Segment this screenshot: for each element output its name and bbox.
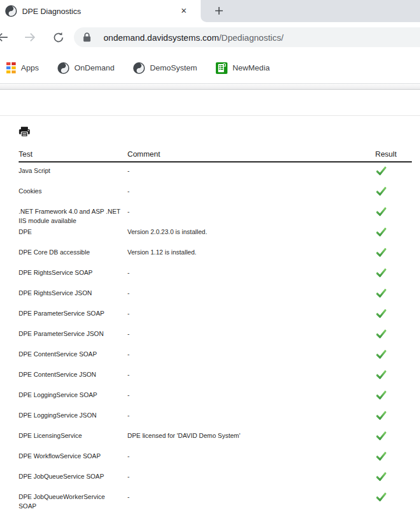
test-name: DPE ContentService SOAP	[19, 349, 127, 359]
test-name: DPE ParameterService JSON	[19, 329, 127, 338]
table-row: DPE JobQueueService SOAP -	[19, 468, 412, 489]
document-list-icon	[216, 62, 227, 74]
green-checkmark-icon	[376, 370, 386, 379]
test-comment: -	[127, 370, 375, 379]
test-comment: -	[127, 186, 375, 196]
test-result	[375, 268, 412, 277]
green-checkmark-icon	[376, 493, 386, 501]
table-row: DPE ParameterService JSON -	[19, 326, 412, 346]
col-header-result: Result	[375, 150, 412, 158]
test-name: DPE ParameterService SOAP	[19, 309, 127, 318]
test-result	[375, 288, 412, 298]
green-checkmark-icon	[376, 411, 386, 420]
test-result	[375, 309, 412, 318]
page-header-frame	[0, 90, 420, 116]
test-result	[375, 451, 412, 461]
green-checkmark-icon	[376, 350, 386, 359]
bookmark-label: DemoSystem	[150, 63, 197, 72]
test-result	[375, 227, 412, 236]
test-result	[375, 349, 412, 359]
browser-toolbar: ondemand.davidsystems.com/Dpediagnostics…	[0, 22, 420, 52]
test-comment: -	[127, 472, 375, 481]
table-row: DPE RightsService SOAP -	[19, 264, 412, 285]
browser-tab-strip: DPE Diagnostics ✕	[0, 0, 420, 22]
test-comment: Version 2.0.23.0 is installed.	[127, 227, 375, 236]
test-name: DPE RightsService JSON	[19, 288, 127, 298]
table-row: Cookies -	[19, 183, 412, 203]
diagnostics-table: Test Comment Result Java Script - Cookie…	[19, 150, 412, 509]
test-name: DPE LicensingService	[19, 431, 127, 440]
bookmark-demosystem[interactable]: DemoSystem	[132, 61, 198, 76]
table-row: DPE Core DB accessible Version 1.12 is i…	[19, 244, 412, 264]
test-result	[375, 247, 412, 257]
printer-icon	[19, 126, 30, 137]
green-checkmark-icon	[376, 248, 386, 257]
table-row: DPE RightsService JSON -	[19, 285, 412, 305]
test-result	[375, 329, 412, 338]
back-button[interactable]	[0, 31, 8, 43]
table-row: DPE LoggingService SOAP -	[19, 387, 412, 407]
test-name: Cookies	[19, 186, 127, 196]
test-comment: -	[127, 288, 375, 298]
url-host: ondemand.davidsystems.com	[104, 33, 219, 43]
plus-icon	[215, 6, 223, 15]
col-header-comment: Comment	[127, 150, 375, 158]
test-result	[375, 207, 412, 216]
green-checkmark-icon	[376, 268, 386, 277]
test-name: .NET Framework 4.0 and ASP .NET IIS modu…	[19, 207, 127, 225]
test-result	[375, 411, 412, 420]
test-result	[375, 390, 412, 399]
test-comment: Version 1.12 is installed.	[127, 247, 375, 257]
table-body: Java Script - Cookies -	[19, 162, 412, 509]
test-comment: DPE licensed for 'DAVID Demo System'	[127, 431, 375, 440]
test-comment: -	[127, 492, 375, 501]
new-tab-button[interactable]	[210, 2, 227, 19]
test-comment: -	[127, 268, 375, 277]
print-button[interactable]	[19, 126, 30, 137]
test-result	[375, 472, 412, 481]
table-row: DPE WorkflowService SOAP -	[19, 448, 412, 468]
table-row: DPE JobQueueWorkerService SOAP -	[19, 489, 412, 509]
table-row: .NET Framework 4.0 and ASP .NET IIS modu…	[19, 203, 412, 224]
test-comment: -	[127, 349, 375, 359]
tab-strip-background	[201, 0, 420, 22]
bookmarks-bar: Apps OnDemand DemoSystem	[0, 52, 420, 83]
test-comment: -	[127, 329, 375, 338]
bookmark-newmedia[interactable]: NewMedia	[215, 61, 271, 76]
forward-arrow-icon	[24, 33, 36, 42]
browser-tab[interactable]: DPE Diagnostics ✕	[0, 0, 201, 22]
green-checkmark-icon	[376, 167, 386, 175]
tab-close-icon[interactable]: ✕	[176, 3, 191, 18]
bookmark-apps[interactable]: Apps	[5, 61, 40, 75]
test-result	[375, 492, 412, 501]
table-row: DPE LicensingService DPE licensed for 'D…	[19, 427, 412, 448]
green-checkmark-icon	[376, 330, 386, 338]
bookmark-ondemand[interactable]: OnDemand	[56, 61, 116, 76]
table-row: DPE ContentService SOAP -	[19, 346, 412, 366]
green-checkmark-icon	[376, 472, 386, 481]
test-name: DPE LoggingService JSON	[19, 411, 127, 420]
test-comment: -	[127, 390, 375, 399]
test-name: DPE WorkflowService SOAP	[19, 451, 127, 461]
test-result	[375, 370, 412, 379]
lock-icon[interactable]	[83, 33, 91, 42]
test-name: DPE Core DB accessible	[19, 247, 127, 257]
green-checkmark-icon	[376, 228, 386, 236]
bookmark-label: NewMedia	[233, 63, 270, 72]
reload-icon	[53, 32, 64, 43]
address-bar[interactable]: ondemand.davidsystems.com/Dpediagnostics…	[74, 27, 420, 47]
test-name: DPE ContentService JSON	[19, 370, 127, 379]
test-comment: -	[127, 166, 375, 175]
table-row: DPE ParameterService SOAP -	[19, 305, 412, 326]
green-checkmark-icon	[376, 207, 386, 216]
green-checkmark-icon	[376, 452, 386, 461]
globe-icon	[58, 62, 69, 74]
globe-icon	[133, 62, 145, 74]
forward-button[interactable]	[24, 31, 36, 43]
reload-button[interactable]	[52, 31, 64, 43]
test-name: DPE RightsService SOAP	[19, 268, 127, 277]
test-name: DPE JobQueueWorkerService SOAP	[19, 492, 127, 511]
globe-favicon-icon	[5, 5, 17, 17]
table-row: Java Script -	[19, 162, 412, 183]
test-comment: -	[127, 411, 375, 420]
